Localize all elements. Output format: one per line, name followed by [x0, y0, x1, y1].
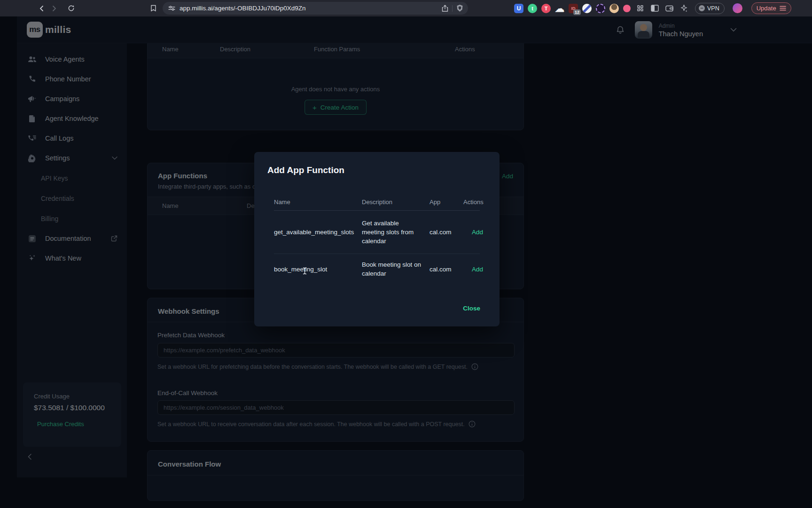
vpn-button[interactable]: − VPN — [695, 3, 725, 14]
bookmark-icon[interactable] — [148, 3, 159, 14]
extension-badge: 12 — [573, 9, 581, 15]
vpn-icon: − — [699, 5, 705, 11]
pink-dot-extension-icon[interactable] — [623, 5, 631, 12]
screen: app.millis.ai/agents/-OBIBDJJu70iDp0Xd9Z… — [0, 0, 812, 508]
function-name: book_meeting_slot — [274, 266, 362, 273]
leo-ai-icon[interactable] — [679, 3, 689, 14]
id-extension-icon[interactable]: ID12 — [569, 4, 578, 13]
blocker-extension-icon[interactable] — [582, 4, 592, 13]
column-header: Description — [362, 198, 429, 206]
url-text[interactable]: app.millis.ai/agents/-OBIBDJJu70iDp0Xd9Z… — [180, 5, 442, 12]
address-bar[interactable]: app.millis.ai/agents/-OBIBDJJu70iDp0Xd9Z… — [163, 2, 468, 15]
forward-icon[interactable] — [48, 3, 60, 14]
modal-title: Add App Function — [267, 165, 344, 175]
red-extension-icon[interactable]: T — [541, 4, 551, 13]
function-app: cal.com — [429, 266, 463, 273]
site-settings-icon[interactable] — [168, 5, 175, 11]
column-header: Name — [274, 198, 362, 206]
function-description: Book meeting slot on calendar — [362, 260, 429, 278]
green-extension-icon[interactable]: t — [528, 4, 537, 13]
add-app-function-modal: Add App Function Name Description App Ac… — [254, 152, 500, 326]
add-function-button[interactable]: Add — [472, 229, 483, 236]
chip-extension-icon[interactable] — [596, 4, 605, 13]
extensions-row: U t T ☁ ID12 − VPN — [514, 2, 791, 14]
menu-icon — [780, 6, 786, 11]
app-viewport: ms millis Admin Thach Nguyen — [0, 16, 812, 508]
extensions-puzzle-icon[interactable] — [635, 3, 645, 14]
close-button[interactable]: Close — [463, 305, 480, 312]
table-row: get_available_meeting_slots Get availabl… — [274, 211, 480, 254]
column-header: App — [429, 198, 463, 206]
browser-toolbar: app.millis.ai/agents/-OBIBDJJu70iDp0Xd9Z… — [0, 0, 812, 16]
browser-profile-icon[interactable] — [733, 3, 742, 13]
password-manager-extension-icon[interactable]: U — [514, 4, 523, 13]
divider — [452, 5, 453, 12]
share-icon[interactable] — [442, 5, 448, 12]
function-description: Get available meeting slots from calenda… — [362, 219, 429, 246]
update-button[interactable]: Update — [751, 2, 791, 14]
wallet-icon[interactable] — [664, 3, 674, 14]
reload-icon[interactable] — [65, 3, 77, 14]
function-name: get_available_meeting_slots — [274, 229, 362, 236]
modal-table-header: Name Description App Actions — [274, 193, 480, 211]
brave-shield-icon[interactable] — [456, 4, 463, 12]
column-header: Actions — [463, 198, 484, 206]
add-function-button[interactable]: Add — [472, 266, 483, 273]
cloud-extension-icon[interactable]: ☁ — [555, 4, 564, 13]
sidebar-toggle-icon[interactable] — [649, 3, 660, 14]
avatar-extension-icon[interactable] — [609, 4, 619, 13]
text-cursor — [303, 267, 307, 275]
function-app: cal.com — [429, 229, 463, 236]
back-icon[interactable] — [36, 3, 47, 14]
